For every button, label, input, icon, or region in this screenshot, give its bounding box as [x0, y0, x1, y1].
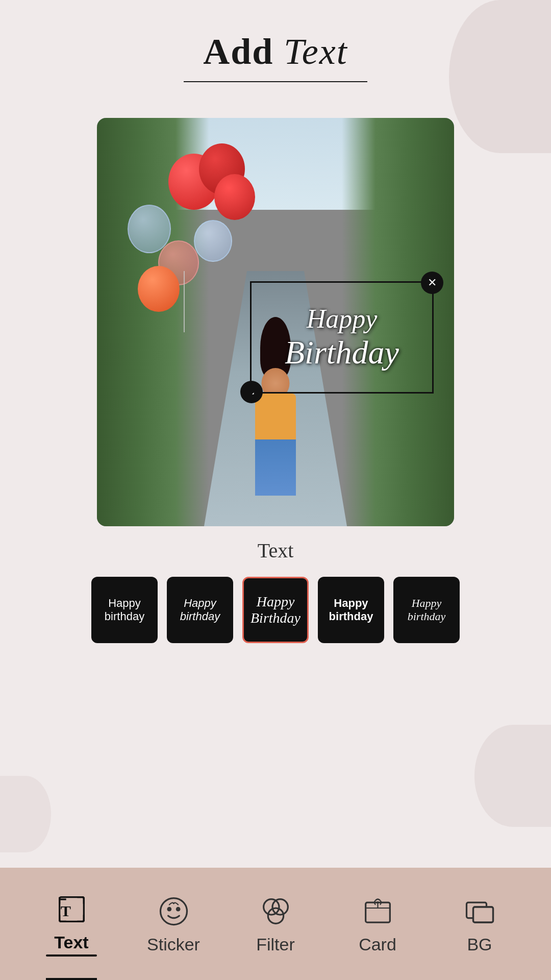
svg-point-12 — [167, 907, 171, 912]
font-thumb-text-2: Happybirthday — [180, 597, 220, 623]
nav-item-filter[interactable]: Filter — [240, 894, 311, 954]
bottom-navigation: T Text Sticker — [0, 868, 551, 980]
nav-item-sticker[interactable]: Sticker — [138, 894, 209, 954]
svg-point-11 — [160, 898, 187, 925]
card-icon — [360, 894, 395, 929]
section-label: Text — [0, 538, 551, 562]
font-style-3-selected[interactable]: HappyBirthday — [242, 577, 309, 643]
image-section: ✕ Happy Birthday — [97, 118, 454, 526]
font-thumb-text-3: HappyBirthday — [251, 594, 300, 626]
photo-frame[interactable]: ✕ Happy Birthday — [97, 118, 454, 526]
font-style-thumbnails: Happybirthday Happybirthday HappyBirthda… — [0, 577, 551, 643]
nav-item-text[interactable]: T Text — [36, 892, 107, 957]
nav-label-sticker: Sticker — [147, 935, 200, 954]
font-thumb-text-5: Happybirthday — [408, 597, 446, 623]
svg-point-18 — [377, 901, 379, 903]
font-style-2[interactable]: Happybirthday — [167, 577, 233, 643]
svg-rect-20 — [473, 907, 493, 922]
balloon-red-3 — [214, 174, 255, 220]
bg-decoration-bottom-left — [0, 776, 51, 852]
overlay-text-happy: Happy — [285, 304, 399, 334]
bg-icon — [462, 894, 497, 929]
font-thumb-text-1: Happybirthday — [105, 597, 144, 623]
svg-point-16 — [268, 908, 283, 923]
nav-label-text: Text — [54, 933, 88, 952]
overlay-text-birthday: Birthday — [285, 334, 399, 372]
title-bold: Add — [203, 31, 273, 72]
active-underline — [46, 954, 97, 957]
svg-text:T: T — [60, 902, 70, 920]
balloon-orange — [138, 266, 180, 312]
nav-label-filter: Filter — [256, 935, 295, 954]
close-overlay-button[interactable]: ✕ — [421, 272, 443, 294]
svg-point-15 — [272, 899, 288, 915]
resize-handle[interactable] — [240, 381, 263, 403]
title-light: Text — [273, 31, 347, 72]
bg-decoration-bottom-right — [474, 725, 551, 827]
nav-label-card: Card — [359, 935, 396, 954]
balloon-string — [184, 271, 185, 332]
filter-icon — [258, 894, 293, 929]
nav-label-bg: BG — [467, 935, 492, 954]
nav-item-bg[interactable]: BG — [444, 894, 515, 954]
text-icon: T — [54, 892, 89, 927]
text-overlay-box[interactable]: ✕ Happy Birthday — [250, 281, 434, 394]
font-style-4[interactable]: Happybirthday — [318, 577, 384, 643]
balloon-clear-3 — [194, 220, 232, 262]
bg-decoration-top-right — [449, 0, 551, 153]
header-divider — [184, 81, 367, 82]
overlay-text-content: Happy Birthday — [285, 304, 399, 372]
font-style-1[interactable]: Happybirthday — [91, 577, 158, 643]
nav-item-card[interactable]: Card — [342, 894, 413, 954]
svg-point-14 — [263, 899, 279, 915]
svg-point-13 — [176, 907, 180, 912]
person-body — [255, 394, 296, 496]
font-thumb-text-4: Happybirthday — [329, 597, 373, 623]
sticker-icon — [156, 894, 191, 929]
font-style-5[interactable]: Happybirthday — [393, 577, 460, 643]
balloons-group — [117, 138, 250, 332]
